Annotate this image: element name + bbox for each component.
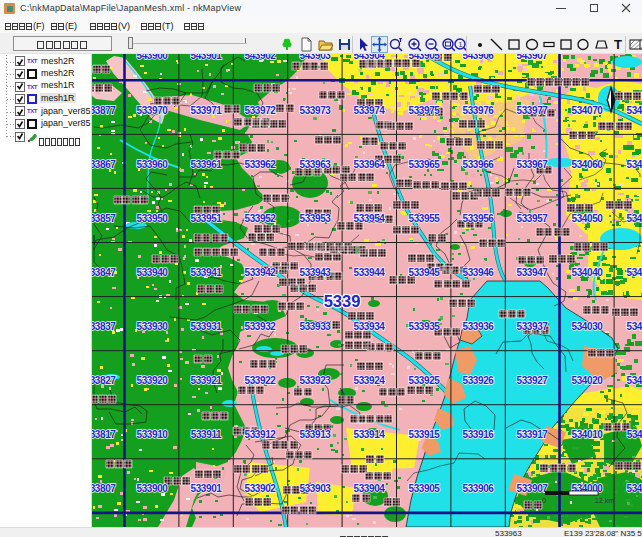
svg-text:533945: 533945 xyxy=(409,267,441,278)
svg-text:533946: 533946 xyxy=(463,267,495,278)
svg-text:533956: 533956 xyxy=(463,213,495,224)
svg-text:533964: 533964 xyxy=(354,159,386,170)
svg-text:543906: 543906 xyxy=(463,54,495,61)
svg-text:533905: 533905 xyxy=(409,483,441,494)
svg-text:534011: 534011 xyxy=(627,429,642,440)
svg-text:533960: 533960 xyxy=(137,159,169,170)
svg-text:533913: 533913 xyxy=(300,429,332,440)
svg-text:533900: 533900 xyxy=(137,483,169,494)
svg-text:533966: 533966 xyxy=(463,159,495,170)
svg-text:533942: 533942 xyxy=(245,267,277,278)
svg-text:534070: 534070 xyxy=(572,105,604,116)
svg-text:533963: 533963 xyxy=(300,159,332,170)
svg-text:533973: 533973 xyxy=(300,105,332,116)
svg-text:534020: 534020 xyxy=(572,375,604,386)
svg-text:543907: 543907 xyxy=(517,54,549,61)
svg-text:533933: 533933 xyxy=(300,321,332,332)
svg-text:533911: 533911 xyxy=(191,429,222,440)
svg-text:543903: 543903 xyxy=(300,54,332,61)
svg-text:533951: 533951 xyxy=(191,213,223,224)
svg-text:534050: 534050 xyxy=(572,213,604,224)
svg-text:534010: 534010 xyxy=(572,429,604,440)
svg-text:533921: 533921 xyxy=(191,375,223,386)
svg-text:533912: 533912 xyxy=(245,429,277,440)
svg-text:533943: 533943 xyxy=(300,267,332,278)
svg-text:533914: 533914 xyxy=(354,429,386,440)
svg-text:533955: 533955 xyxy=(409,213,441,224)
svg-text:533952: 533952 xyxy=(245,213,277,224)
svg-text:533857: 533857 xyxy=(92,213,116,224)
svg-text:533957: 533957 xyxy=(517,213,549,224)
svg-text:533934: 533934 xyxy=(354,321,386,332)
svg-text:533975: 533975 xyxy=(409,105,441,116)
svg-text:534071: 534071 xyxy=(627,105,642,116)
svg-text:534041: 534041 xyxy=(627,267,642,278)
svg-text:533931: 533931 xyxy=(191,321,223,332)
svg-text:534040: 534040 xyxy=(572,267,604,278)
svg-text:533965: 533965 xyxy=(409,159,441,170)
svg-text:534061: 534061 xyxy=(627,159,642,170)
svg-text:533953: 533953 xyxy=(300,213,332,224)
svg-text:533970: 533970 xyxy=(137,105,169,116)
svg-text:533923: 533923 xyxy=(300,375,332,386)
svg-text:533904: 533904 xyxy=(354,483,386,494)
svg-text:533941: 533941 xyxy=(191,267,223,278)
svg-text:533972: 533972 xyxy=(245,105,277,116)
svg-text:534060: 534060 xyxy=(572,159,604,170)
svg-text:533937: 533937 xyxy=(517,321,549,332)
svg-text:533974: 533974 xyxy=(354,105,386,116)
svg-text:534051: 534051 xyxy=(627,213,642,224)
svg-text:533907: 533907 xyxy=(517,483,549,494)
svg-text:534021: 534021 xyxy=(627,375,642,386)
svg-text:534001: 534001 xyxy=(627,483,642,494)
svg-text:533837: 533837 xyxy=(92,321,116,332)
svg-text:533976: 533976 xyxy=(463,105,495,116)
svg-text:533920: 533920 xyxy=(137,375,169,386)
svg-text:533877: 533877 xyxy=(92,105,116,116)
svg-text:533927: 533927 xyxy=(517,375,549,386)
svg-text:533817: 533817 xyxy=(92,429,116,440)
svg-text:533954: 533954 xyxy=(354,213,386,224)
svg-text:533917: 533917 xyxy=(517,429,549,440)
svg-text:543904: 543904 xyxy=(354,54,386,61)
svg-text:533936: 533936 xyxy=(463,321,495,332)
svg-text:534030: 534030 xyxy=(572,321,604,332)
svg-text:533944: 533944 xyxy=(354,267,386,278)
svg-text:533827: 533827 xyxy=(92,375,116,386)
svg-text:534031: 534031 xyxy=(627,321,642,332)
svg-text:T: T xyxy=(614,37,622,52)
svg-text:533961: 533961 xyxy=(191,159,223,170)
svg-text:533977: 533977 xyxy=(517,105,549,116)
svg-text:543905: 543905 xyxy=(409,54,441,61)
svg-text:533924: 533924 xyxy=(354,375,386,386)
svg-text:533926: 533926 xyxy=(463,375,495,386)
svg-text:533950: 533950 xyxy=(137,213,169,224)
svg-text:533935: 533935 xyxy=(409,321,441,332)
svg-text:533916: 533916 xyxy=(463,429,495,440)
svg-text:533947: 533947 xyxy=(517,267,549,278)
svg-text:533971: 533971 xyxy=(191,105,223,116)
svg-text:533925: 533925 xyxy=(409,375,441,386)
svg-text:533847: 533847 xyxy=(92,267,116,278)
svg-text:533910: 533910 xyxy=(137,429,169,440)
svg-text:533940: 533940 xyxy=(137,267,169,278)
svg-text:533932: 533932 xyxy=(245,321,277,332)
svg-text:1: 1 xyxy=(459,41,463,48)
svg-text:533901: 533901 xyxy=(191,483,223,494)
svg-text:12 km: 12 km xyxy=(595,497,614,504)
svg-text:533906: 533906 xyxy=(463,483,495,494)
svg-text:533915: 533915 xyxy=(409,429,441,440)
svg-text:0: 0 xyxy=(542,497,546,504)
svg-text:543900: 543900 xyxy=(137,54,169,61)
svg-text:533902: 533902 xyxy=(245,483,277,494)
svg-text:533807: 533807 xyxy=(92,483,116,494)
svg-text:5339: 5339 xyxy=(324,292,361,310)
svg-text:543901: 543901 xyxy=(191,54,223,61)
svg-text:533867: 533867 xyxy=(92,159,116,170)
svg-text:533930: 533930 xyxy=(137,321,169,332)
svg-text:533922: 533922 xyxy=(245,375,277,386)
svg-text:543902: 543902 xyxy=(245,54,277,61)
svg-text:533962: 533962 xyxy=(245,159,277,170)
svg-text:533903: 533903 xyxy=(300,483,332,494)
svg-text:533967: 533967 xyxy=(517,159,549,170)
